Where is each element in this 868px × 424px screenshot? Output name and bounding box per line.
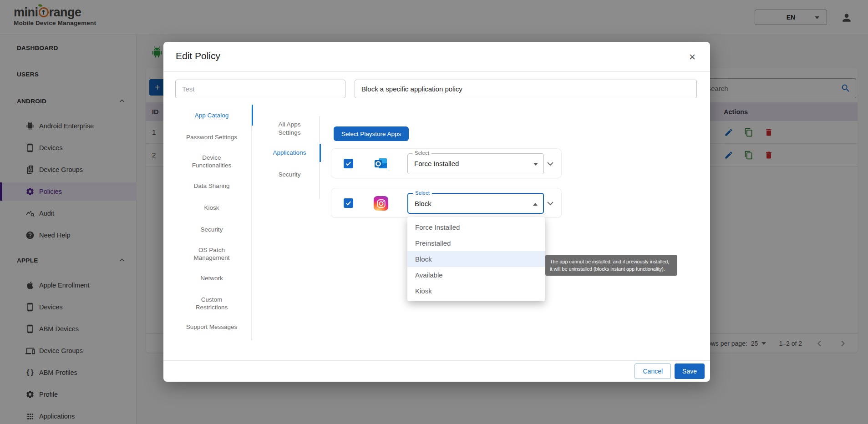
expand-row-button[interactable] [544, 197, 556, 209]
select-dropdown-menu: Force Installed Preinstalled Block Avail… [407, 217, 545, 301]
app-action-select[interactable]: Select Force Installed [407, 153, 544, 174]
save-button[interactable]: Save [675, 363, 705, 379]
caret-up-icon [533, 203, 538, 206]
modal-tab-list: App Catalog Password Settings Device Fun… [178, 107, 252, 340]
app-checkbox[interactable] [344, 198, 353, 208]
close-icon[interactable]: ✕ [685, 50, 699, 64]
tab-password-settings[interactable]: Password Settings [178, 129, 245, 145]
modal-header: Edit Policy ✕ [163, 42, 710, 72]
app-row-outlook: Select Force Installed [331, 148, 562, 178]
outlook-icon [374, 156, 388, 171]
modal-subtab-list: All Apps Settings Applications Security [265, 116, 320, 199]
tab-os-patch-management[interactable]: OS Patch Management [178, 245, 245, 263]
subtab-security[interactable]: Security [265, 167, 314, 182]
select-playstore-apps-button[interactable]: Select Playstore Apps [334, 126, 409, 141]
tab-app-catalog[interactable]: App Catalog [178, 107, 245, 123]
option-available[interactable]: Available [407, 267, 545, 283]
app-checkbox[interactable] [344, 159, 353, 168]
option-kiosk[interactable]: Kiosk [407, 283, 545, 299]
tab-network[interactable]: Network [178, 270, 245, 286]
subtab-applications[interactable]: Applications [265, 145, 314, 161]
app-row-instagram: Select Block [331, 188, 562, 218]
expand-row-button[interactable] [544, 158, 556, 170]
app-action-select-open[interactable]: Select Block [407, 193, 544, 214]
tab-device-functionalities[interactable]: Device Functionalities [178, 152, 245, 171]
subtab-all-apps-settings[interactable]: All Apps Settings [265, 120, 314, 138]
tab-kiosk[interactable]: Kiosk [178, 200, 245, 215]
cancel-button[interactable]: Cancel [635, 363, 671, 379]
select-value: Block [415, 194, 431, 214]
check-icon [345, 160, 352, 167]
tab-data-sharing[interactable]: Data Sharing [178, 178, 245, 193]
caret-down-icon [533, 163, 538, 166]
tab-security[interactable]: Security [178, 222, 245, 237]
block-option-tooltip: The app cannot be installed, and if prev… [545, 255, 677, 276]
app-root: mini range Mobile Device Management EN D… [0, 0, 868, 424]
tab-custom-restrictions[interactable]: Custom Restrictions [178, 294, 245, 313]
policy-name-input[interactable] [175, 80, 345, 98]
tab-support-messages[interactable]: Support Messages [178, 319, 245, 334]
edit-policy-modal: Edit Policy ✕ App Catalog Password Setti… [163, 42, 710, 382]
option-block[interactable]: Block [407, 251, 545, 267]
modal-title: Edit Policy [176, 50, 220, 61]
modal-footer: Cancel Save [163, 360, 710, 382]
instagram-icon [374, 196, 388, 211]
select-value: Force Installed [414, 154, 459, 174]
option-preinstalled[interactable]: Preinstalled [407, 235, 545, 251]
check-icon [345, 200, 352, 207]
policy-description-input[interactable] [355, 80, 697, 98]
option-force-installed[interactable]: Force Installed [407, 219, 545, 235]
